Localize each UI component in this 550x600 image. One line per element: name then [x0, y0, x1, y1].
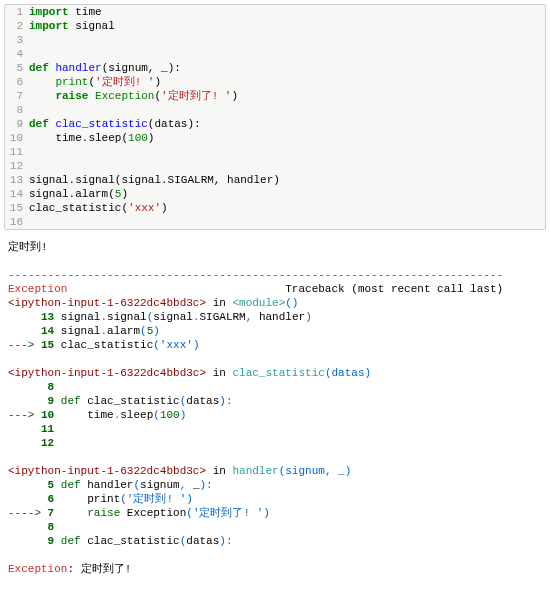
output-area: 定时到! -----------------------------------…: [0, 234, 550, 580]
arrow: ---->: [8, 507, 48, 519]
frame-file: <ipython-input-1-6322dc4bbd3c>: [8, 367, 206, 379]
arrow: [8, 521, 48, 533]
code-content: import signal: [29, 19, 545, 33]
token: (: [153, 409, 160, 421]
token: (: [140, 325, 147, 337]
line-number: 1: [5, 5, 29, 19]
token: [29, 90, 55, 102]
token: 100: [160, 409, 180, 421]
token: raise: [87, 507, 120, 519]
line-number: 15: [5, 201, 29, 215]
line-number: 16: [5, 215, 29, 229]
token: raise: [55, 90, 88, 102]
token: time: [69, 6, 102, 18]
arrow: [8, 423, 41, 435]
frame-args: (signum, _): [279, 465, 352, 477]
traceback-lineno: 11: [41, 423, 54, 435]
token: (datas):: [148, 118, 201, 130]
exception-final-name: Exception: [8, 563, 67, 575]
frame-location: <ipython-input-1-6322dc4bbd3c> in clac_s…: [8, 366, 542, 380]
code-content: raise Exception('定时到了! '): [29, 89, 545, 103]
traceback-line: 9 def clac_statistic(datas):: [8, 394, 542, 408]
token: def: [61, 535, 81, 547]
line-number: 3: [5, 33, 29, 47]
exception-final: Exception: 定时到了!: [8, 562, 542, 576]
token: time: [54, 409, 113, 421]
blank: [8, 254, 542, 268]
token: import: [29, 20, 69, 32]
token: clac_statistic: [81, 535, 180, 547]
code-content: [29, 103, 545, 117]
line-number: 2: [5, 19, 29, 33]
line-number: 9: [5, 117, 29, 131]
traceback-header: Exception Traceback (most recent call la…: [8, 282, 542, 296]
token: ): [154, 76, 161, 88]
token: (: [153, 339, 160, 351]
line-number: 7: [5, 89, 29, 103]
exception-final-sep: :: [67, 563, 80, 575]
code-line: 11: [5, 145, 545, 159]
line-number: 8: [5, 103, 29, 117]
arrow: [8, 381, 48, 393]
code-line: 13signal.signal(signal.SIGALRM, handler): [5, 173, 545, 187]
token: '定时到! ': [95, 76, 154, 88]
traceback-line: 6 print('定时到! '): [8, 492, 542, 506]
token: clac_statistic: [54, 339, 153, 351]
code-line: 3: [5, 33, 545, 47]
code-line: 12: [5, 159, 545, 173]
frame-location: <ipython-input-1-6322dc4bbd3c> in <modul…: [8, 296, 542, 310]
token: signal: [54, 325, 100, 337]
traceback-lineno: 12: [41, 437, 54, 449]
token: time.sleep(: [29, 132, 128, 144]
traceback-lineno: 10: [41, 409, 54, 421]
traceback-line: 11: [8, 422, 542, 436]
blank: [8, 352, 542, 366]
token: '定时到! ': [127, 493, 186, 505]
line-number: 14: [5, 187, 29, 201]
traceback-lineno: 8: [48, 381, 55, 393]
token: (signum, _):: [102, 62, 181, 74]
token: ): [153, 325, 160, 337]
token: [54, 507, 87, 519]
output-stdout: 定时到!: [8, 240, 542, 254]
code-content: signal.signal(signal.SIGALRM, handler): [29, 173, 545, 187]
traceback-lineno: 14: [41, 325, 54, 337]
token: ): [305, 311, 312, 323]
traceback-label: Traceback (most recent call last): [285, 283, 503, 295]
exception-final-msg: 定时到了!: [81, 563, 138, 575]
token: signum: [140, 479, 180, 491]
token: ): [263, 507, 270, 519]
token: signal: [153, 311, 193, 323]
token: [54, 395, 61, 407]
line-number: 13: [5, 173, 29, 187]
token: print: [54, 493, 120, 505]
code-content: [29, 33, 545, 47]
traceback-line: 12: [8, 436, 542, 450]
code-content: [29, 145, 545, 159]
arrow: [8, 437, 41, 449]
arrow: --->: [8, 409, 41, 421]
token: ): [148, 132, 155, 144]
frame-fn: <module>: [232, 297, 285, 309]
token: ): [161, 202, 168, 214]
token: ): [193, 339, 200, 351]
token: 'xxx': [128, 202, 161, 214]
traceback-line: 9 def clac_statistic(datas):: [8, 534, 542, 548]
traceback-lineno: 8: [48, 521, 55, 533]
frame-fn: handler: [232, 465, 278, 477]
frame-file: <ipython-input-1-6322dc4bbd3c>: [8, 297, 206, 309]
code-line: 5def handler(signum, _):: [5, 61, 545, 75]
line-number: 10: [5, 131, 29, 145]
arrow: [8, 395, 48, 407]
frame-args: (): [285, 297, 298, 309]
code-content: signal.alarm(5): [29, 187, 545, 201]
frame-file: <ipython-input-1-6322dc4bbd3c>: [8, 465, 206, 477]
arrow: [8, 325, 41, 337]
traceback-line: 14 signal.alarm(5): [8, 324, 542, 338]
token: alarm: [107, 325, 140, 337]
token: ): [186, 493, 193, 505]
code-content: [29, 159, 545, 173]
token: import: [29, 6, 69, 18]
token: 100: [128, 132, 148, 144]
token: signal.alarm(: [29, 188, 115, 200]
